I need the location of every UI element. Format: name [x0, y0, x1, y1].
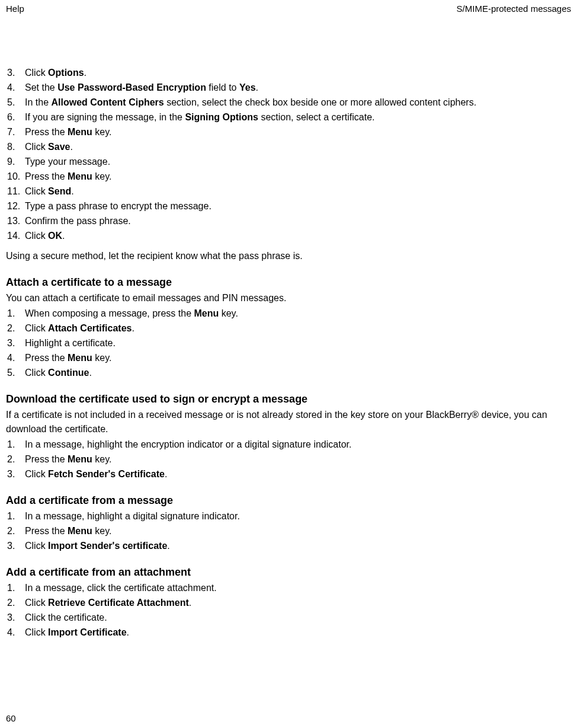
list-item-text: Highlight a certificate. — [25, 336, 571, 350]
list-item-number: 1. — [6, 581, 25, 595]
list-item-text: Press the Menu key. — [25, 524, 571, 538]
bold-term: OK — [48, 231, 62, 241]
list-item: 12.Type a pass phrase to encrypt the mes… — [6, 199, 571, 213]
text-run: . — [189, 598, 191, 608]
heading-attach-certificate: Attach a certificate to a message — [6, 276, 571, 289]
list-item-text: Press the Menu key. — [25, 351, 571, 365]
text-run: key. — [92, 127, 112, 137]
list-item-text: In a message, highlight a digital signat… — [25, 509, 571, 523]
text-run: Click — [25, 186, 48, 196]
text-run: key. — [92, 353, 112, 363]
text-run: . — [167, 541, 169, 551]
list-item-text: Click Save. — [25, 140, 571, 154]
bold-term: Import Certificate — [48, 627, 126, 637]
bold-term: Menu — [68, 353, 92, 363]
list-item-text: Click the certificate. — [25, 611, 571, 625]
text-run: In the — [25, 97, 51, 107]
list-item-text: In a message, click the certificate atta… — [25, 581, 571, 595]
text-run: . — [89, 368, 91, 378]
list-item: 3.Highlight a certificate. — [6, 336, 571, 350]
text-run: In a message, highlight the encryption i… — [25, 439, 351, 449]
list-item-number: 4. — [6, 81, 25, 95]
step-list-1: 3.Click Options.4.Set the Use Password-B… — [6, 66, 571, 243]
text-run: section, select the check box beside one… — [164, 97, 476, 107]
heading-add-certificate-attachment: Add a certificate from an attachment — [6, 566, 571, 579]
text-run: Press the — [25, 454, 68, 464]
text-run: key. — [92, 454, 112, 464]
bold-term: Options — [48, 68, 84, 78]
text-run: When composing a message, press the — [25, 308, 194, 318]
text-run: . — [84, 68, 86, 78]
bold-term: Fetch Sender's Certificate — [48, 469, 165, 479]
list-item-text: Click Retrieve Certificate Attachment. — [25, 596, 571, 610]
list-item: 14.Click OK. — [6, 229, 571, 243]
text-run: Click the certificate. — [25, 612, 107, 622]
list-item-number: 12. — [6, 199, 25, 213]
list-item-number: 6. — [6, 110, 25, 124]
list-item-number: 7. — [6, 125, 25, 139]
bold-term: Import Sender's certificate — [48, 541, 167, 551]
list-item-text: If you are signing the message, in the S… — [25, 110, 571, 124]
text-run: key. — [92, 526, 112, 536]
list-item: 2.Click Attach Certificates. — [6, 321, 571, 336]
bold-term: Menu — [194, 308, 219, 318]
list-item: 1.In a message, highlight a digital sign… — [6, 509, 571, 523]
list-item: 2.Click Retrieve Certificate Attachment. — [6, 596, 571, 610]
list-item: 4.Press the Menu key. — [6, 351, 571, 365]
text-run: section, select a certificate. — [258, 112, 375, 122]
list-item: 1.In a message, click the certificate at… — [6, 581, 571, 595]
list-item-number: 3. — [6, 336, 25, 350]
list-item-text: Click Attach Certificates. — [25, 321, 571, 336]
list-item: 4.Click Import Certificate. — [6, 625, 571, 640]
text-run: Click — [25, 469, 48, 479]
list-item-number: 3. — [6, 539, 25, 553]
text-run: Press the — [25, 127, 68, 137]
text-run: Click — [25, 323, 48, 333]
page-header: Help S/MIME-protected messages — [0, 0, 577, 14]
bold-term: Continue — [48, 368, 89, 378]
paragraph-secure-method: Using a secure method, let the recipient… — [6, 249, 571, 263]
list-item-text: In the Allowed Content Ciphers section, … — [25, 95, 571, 110]
list-item-number: 9. — [6, 155, 25, 169]
list-item-text: Type your message. — [25, 155, 571, 169]
bold-term: Menu — [68, 127, 92, 137]
bold-term: Use Password-Based Encryption — [57, 82, 206, 92]
list-item: 5.In the Allowed Content Ciphers section… — [6, 95, 571, 110]
page-content: 3.Click Options.4.Set the Use Password-B… — [0, 14, 577, 640]
text-run: . — [71, 186, 73, 196]
heading-add-certificate-message: Add a certificate from a message — [6, 494, 571, 507]
list-item-number: 13. — [6, 214, 25, 228]
page-number: 60 — [6, 713, 16, 723]
list-item-number: 2. — [6, 452, 25, 467]
text-run: Click — [25, 627, 48, 637]
list-item-number: 2. — [6, 596, 25, 610]
text-run: Click — [25, 68, 48, 78]
text-run: Click — [25, 598, 48, 608]
bold-term: Yes — [239, 82, 256, 92]
step-list-4: 1.In a message, highlight a digital sign… — [6, 509, 571, 553]
list-item-number: 1. — [6, 306, 25, 321]
text-run: Confirm the pass phrase. — [25, 216, 131, 226]
list-item: 6.If you are signing the message, in the… — [6, 110, 571, 124]
text-run: Click — [25, 541, 48, 551]
bold-term: Allowed Content Ciphers — [51, 97, 164, 107]
list-item-number: 3. — [6, 66, 25, 80]
list-item-number: 1. — [6, 509, 25, 523]
text-run: . — [62, 231, 65, 241]
list-item-text: Click Continue. — [25, 366, 571, 380]
step-list-5: 1.In a message, click the certificate at… — [6, 581, 571, 640]
text-run: field to — [206, 82, 239, 92]
header-right: S/MIME-protected messages — [457, 4, 571, 14]
list-item-text: Type a pass phrase to encrypt the messag… — [25, 199, 571, 213]
heading-download-certificate: Download the certificate used to sign or… — [6, 393, 571, 405]
intro-download-certificate: If a certificate is not included in a re… — [6, 408, 571, 436]
list-item-number: 4. — [6, 625, 25, 640]
bold-term: Menu — [68, 171, 92, 181]
header-left: Help — [6, 4, 24, 14]
text-run: In a message, highlight a digital signat… — [25, 511, 240, 521]
bold-term: Menu — [68, 526, 92, 536]
list-item: 2.Press the Menu key. — [6, 524, 571, 538]
list-item-number: 2. — [6, 524, 25, 538]
list-item: 1.In a message, highlight the encryption… — [6, 438, 571, 452]
text-run: In a message, click the certificate atta… — [25, 583, 217, 593]
